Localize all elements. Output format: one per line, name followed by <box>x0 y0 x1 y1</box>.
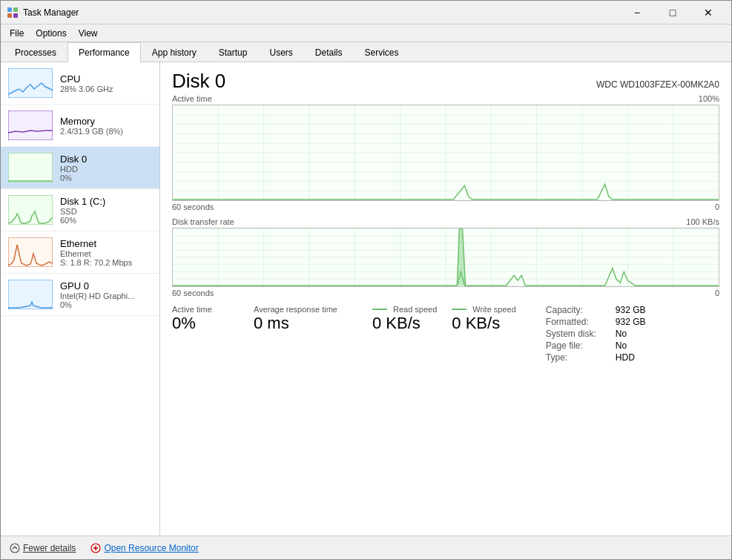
chart2-time-right: 0 <box>715 289 719 297</box>
speed-blocks: Read speed 0 KB/s Write speed 0 KB/s <box>372 305 516 333</box>
avg-response-label: Average response time <box>254 305 350 314</box>
sidebar-item-memory[interactable]: Memory 2.4/31.9 GB (8%) <box>1 105 159 147</box>
fewer-details-label: Fewer details <box>23 543 76 553</box>
chart1-time-row: 60 seconds 0 <box>172 202 719 211</box>
svg-point-53 <box>10 544 19 553</box>
disk1-info: Disk 1 (C:) SSD 60% <box>60 196 152 225</box>
active-time-block: Active time 0% <box>172 305 239 333</box>
minimize-button[interactable]: − <box>620 1 654 24</box>
tab-startup[interactable]: Startup <box>208 42 259 62</box>
disk0-pct: 0% <box>60 174 152 182</box>
open-resource-monitor-label: Open Resource Monitor <box>104 543 198 553</box>
svg-rect-3 <box>13 13 18 18</box>
sidebar-item-gpu0[interactable]: GPU 0 Intel(R) HD Graphi... 0% <box>1 274 159 316</box>
menu-view[interactable]: View <box>73 27 104 40</box>
gpu0-graph <box>8 280 53 309</box>
sidebar: CPU 28% 3.06 GHz Memory 2.4/31.9 GB (8%) <box>1 62 160 536</box>
main-title: Disk 0 <box>172 70 225 93</box>
system-disk-val: No <box>616 329 627 339</box>
gpu0-sub: Intel(R) HD Graphi... <box>60 291 152 300</box>
chart2-max: 100 KB/s <box>686 217 719 226</box>
chart1-max: 100% <box>699 94 719 103</box>
maximize-button[interactable]: □ <box>656 1 690 24</box>
window-controls: − □ ✕ <box>620 1 725 24</box>
page-file-row: Page file: No <box>546 340 646 351</box>
cpu-graph <box>8 68 53 98</box>
fewer-details-button[interactable]: Fewer details <box>10 543 76 553</box>
tab-processes[interactable]: Processes <box>4 42 67 62</box>
read-speed-value: 0 KB/s <box>372 314 437 333</box>
chart2-time-row: 60 seconds 0 <box>172 289 719 297</box>
tab-details[interactable]: Details <box>304 42 354 62</box>
svg-rect-4 <box>8 68 53 98</box>
menu-file[interactable]: File <box>4 27 30 40</box>
tab-app-history[interactable]: App history <box>141 42 208 62</box>
active-time-value: 0% <box>172 314 239 333</box>
chart1-time-right: 0 <box>715 202 719 211</box>
write-speed-value: 0 KB/s <box>452 314 516 333</box>
sidebar-item-disk0[interactable]: Disk 0 HDD 0% <box>1 147 159 189</box>
ethernet-pct: S: 1.8 R: 70.2 Mbps <box>60 258 152 267</box>
cpu-info: CPU 28% 3.06 GHz <box>60 73 152 93</box>
tab-services[interactable]: Services <box>354 42 410 62</box>
gpu0-pct: 0% <box>60 300 152 309</box>
formatted-row: Formatted: 932 GB <box>546 317 646 327</box>
transfer-rate-chart <box>172 228 719 287</box>
system-disk-key: System disk: <box>546 329 613 339</box>
svg-rect-0 <box>7 7 12 12</box>
ethernet-graph <box>8 237 53 267</box>
resource-monitor-icon <box>90 543 101 553</box>
sidebar-item-ethernet[interactable]: Ethernet Ethernet S: 1.8 R: 70.2 Mbps <box>1 231 159 274</box>
close-button[interactable]: ✕ <box>691 1 725 24</box>
type-val: HDD <box>616 352 635 363</box>
chart2-time-left: 60 seconds <box>172 289 214 297</box>
chart2-label-row: Disk transfer rate 100 KB/s <box>172 217 719 226</box>
ethernet-sub: Ethernet <box>60 249 152 258</box>
disk1-graph <box>8 195 53 225</box>
svg-rect-5 <box>8 111 53 140</box>
write-speed-label: Write speed <box>452 305 516 314</box>
disk0-info: Disk 0 HDD 0% <box>60 154 152 182</box>
app-icon <box>7 7 19 19</box>
tab-bar: Processes Performance App history Startu… <box>1 42 731 62</box>
menu-bar: File Options View <box>1 24 731 42</box>
task-manager-window: Task Manager − □ ✕ File Options View Pro… <box>0 0 732 560</box>
gpu0-info: GPU 0 Intel(R) HD Graphi... 0% <box>60 280 152 309</box>
menu-options[interactable]: Options <box>30 27 72 40</box>
capacity-row: Capacity: 932 GB <box>546 305 646 315</box>
disk1-label: Disk 1 (C:) <box>60 196 152 207</box>
disk0-graph <box>8 153 53 182</box>
stats-area: Active time 0% Average response time 0 m… <box>172 305 719 363</box>
chart1-label: Active time <box>172 94 212 103</box>
formatted-key: Formatted: <box>546 317 613 327</box>
svg-rect-2 <box>7 13 12 18</box>
chart1-label-row: Active time 100% <box>172 94 719 103</box>
gpu0-label: GPU 0 <box>60 280 152 291</box>
ethernet-info: Ethernet Ethernet S: 1.8 R: 70.2 Mbps <box>60 238 152 267</box>
svg-rect-1 <box>13 7 18 12</box>
open-resource-monitor-link[interactable]: Open Resource Monitor <box>90 543 198 553</box>
title-bar: Task Manager − □ ✕ <box>1 1 731 24</box>
chart2-label: Disk transfer rate <box>172 217 234 226</box>
tab-performance[interactable]: Performance <box>67 42 141 62</box>
chart2-svg <box>173 228 719 286</box>
disk0-label: Disk 0 <box>60 154 152 165</box>
cpu-sub: 28% 3.06 GHz <box>60 85 152 93</box>
fewer-details-icon <box>10 543 20 553</box>
cpu-label: CPU <box>60 73 152 85</box>
read-speed-block: Read speed 0 KB/s <box>372 305 437 333</box>
disk0-sub: HDD <box>60 165 152 174</box>
formatted-val: 932 GB <box>616 317 646 327</box>
capacity-key: Capacity: <box>546 305 613 315</box>
tab-users[interactable]: Users <box>258 42 303 62</box>
avg-response-block: Average response time 0 ms <box>254 305 350 333</box>
sidebar-item-cpu[interactable]: CPU 28% 3.06 GHz <box>1 62 159 105</box>
active-time-chart <box>172 105 719 201</box>
sidebar-item-disk1[interactable]: Disk 1 (C:) SSD 60% <box>1 189 159 231</box>
memory-sub: 2.4/31.9 GB (8%) <box>60 127 152 136</box>
bottom-bar: Fewer details Open Resource Monitor <box>1 536 731 559</box>
active-time-label: Active time <box>172 305 239 314</box>
write-speed-block: Write speed 0 KB/s <box>452 305 516 333</box>
avg-response-value: 0 ms <box>254 314 350 333</box>
chart1-svg <box>173 105 719 200</box>
